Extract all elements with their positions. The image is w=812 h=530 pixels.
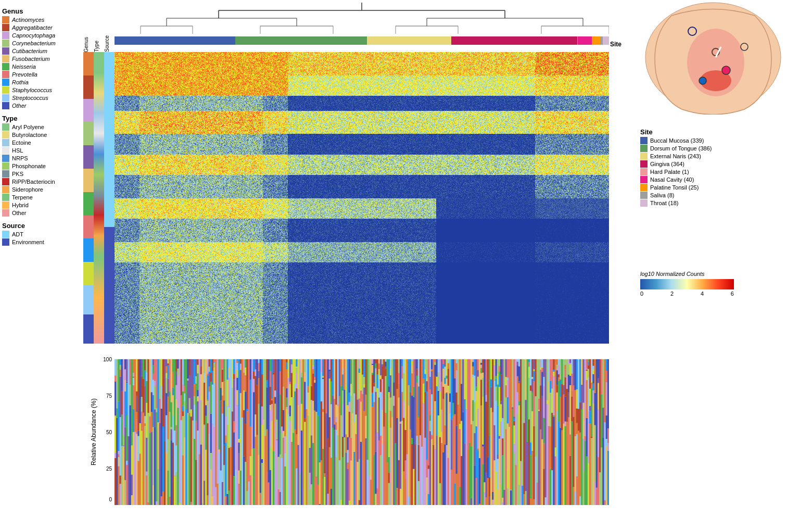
site-color-segment xyxy=(115,36,235,45)
genus-legend-item: Streptococcus xyxy=(2,94,97,102)
site-color-segment xyxy=(592,36,600,45)
source-color-box xyxy=(2,231,9,238)
type-legend-item: Phosphonate xyxy=(2,162,97,170)
genus-label: Cutibacterium xyxy=(12,48,47,54)
bottom-chart: Relative Abundance (%) 100 75 50 25 0 xyxy=(83,359,609,526)
genus-legend-title: Genus xyxy=(2,7,97,15)
type-label: Butyrolactone xyxy=(12,132,47,138)
genus-color-box xyxy=(2,40,9,47)
site-legend: Site Buccal Mucosa (339)Dorsum of Tongue… xyxy=(640,125,712,207)
type-legend-item: NRPS xyxy=(2,155,97,162)
site-legend-item: Palatine Tonsil (25) xyxy=(640,184,712,191)
type-legend-item: RiPP/Bacteriocin xyxy=(2,178,97,185)
anatomy-svg xyxy=(640,0,786,115)
type-label: RiPP/Bacteriocin xyxy=(12,179,55,185)
site-item-label: External Naris (243) xyxy=(650,153,701,159)
genus-legend-item: Capnocytophaga xyxy=(2,32,97,39)
site-color-box xyxy=(640,137,648,144)
genus-color-box xyxy=(2,55,9,62)
type-label: Ectoine xyxy=(12,140,31,146)
site-legend-item: Nasal Cavity (40) xyxy=(640,176,712,183)
site-color-segment xyxy=(367,36,451,45)
type-label: Siderophore xyxy=(12,186,43,193)
site-item-label: Gingiva (364) xyxy=(650,161,684,167)
site-color-box xyxy=(640,160,648,168)
genus-strip xyxy=(83,52,94,344)
col-header-genus: Genus xyxy=(83,36,94,52)
source-label: ADT xyxy=(12,231,23,237)
type-label: Terpene xyxy=(12,194,33,200)
genus-label: Corynebacterium xyxy=(12,40,56,46)
genus-label: Other xyxy=(12,103,27,109)
type-color-box xyxy=(2,123,9,131)
type-label: Phosphonate xyxy=(12,163,46,169)
site-item-label: Dorsum of Tongue (386) xyxy=(650,145,712,152)
site-label: Site xyxy=(610,41,612,48)
site-item-label: Palatine Tonsil (25) xyxy=(650,184,699,191)
genus-legend-item: Rothia xyxy=(2,79,97,86)
genus-label: Prevotella xyxy=(12,71,37,78)
y-tick-25: 25 xyxy=(106,466,112,472)
svg-point-26 xyxy=(722,66,730,74)
site-color-box xyxy=(640,192,648,199)
site-color-box xyxy=(640,168,648,175)
genus-color-box xyxy=(2,32,9,39)
genus-label: Capnocytophaga xyxy=(12,32,55,39)
genus-label: Staphylococcus xyxy=(12,87,52,93)
site-item-label: Nasal Cavity (40) xyxy=(650,176,694,183)
type-label: NRPS xyxy=(12,155,28,161)
type-legend-item: Hybrid xyxy=(2,201,97,209)
genus-label: Fusobacterium xyxy=(12,56,50,62)
colorbar-tick-0: 0 xyxy=(640,291,643,297)
genus-legend-item: Actinomyces xyxy=(2,16,97,23)
row-strips xyxy=(83,52,115,344)
genus-legend-item: Prevotella xyxy=(2,71,97,78)
source-strip xyxy=(104,52,115,344)
genus-legend-item: Fusobacterium xyxy=(2,55,97,62)
genus-legend-items: ActinomycesAggregatibacterCapnocytophaga… xyxy=(2,16,97,109)
type-legend-title: Type xyxy=(2,115,97,122)
genus-color-box xyxy=(2,16,9,23)
col-header-labels: GenusTypeSource xyxy=(83,21,115,52)
site-legend-item: Buccal Mucosa (339) xyxy=(640,137,712,144)
colorbar-gradient xyxy=(640,279,734,289)
y-tick-0: 0 xyxy=(109,496,112,502)
source-legend-item: ADT xyxy=(2,231,97,238)
genus-color-box xyxy=(2,71,9,78)
heatmap-container xyxy=(115,52,609,344)
site-legend-item: Dorsum of Tongue (386) xyxy=(640,145,712,152)
genus-color-box xyxy=(2,94,9,102)
type-legend-item: PKS xyxy=(2,170,97,178)
colorbar-tick-2: 2 xyxy=(670,291,674,297)
dendrogram-area xyxy=(115,0,609,36)
type-label: Other xyxy=(12,210,27,216)
y-axis-ticks: 100 75 50 25 0 xyxy=(99,359,112,505)
genus-color-box xyxy=(2,63,9,70)
site-color-segment xyxy=(578,36,591,45)
anatomy-illustration xyxy=(640,0,786,115)
site-color-box xyxy=(640,184,648,191)
type-color-box xyxy=(2,139,9,146)
bar-chart-canvas xyxy=(115,359,609,505)
type-label: Hybrid xyxy=(12,202,29,208)
type-legend-items: Aryl PolyeneButyrolactoneEctoineHSLNRPSP… xyxy=(2,123,97,217)
genus-color-box xyxy=(2,79,9,86)
col-header-type: Type xyxy=(94,40,104,52)
type-color-box xyxy=(2,209,9,217)
type-strip xyxy=(94,52,104,344)
type-color-box xyxy=(2,131,9,138)
genus-color-box xyxy=(2,24,9,31)
genus-legend-item: Aggregatibacter xyxy=(2,24,97,31)
source-legend-title: Source xyxy=(2,222,97,230)
site-legend-item: Gingiva (364) xyxy=(640,160,712,168)
svg-point-29 xyxy=(699,77,706,84)
genus-color-box xyxy=(2,47,9,55)
source-legend-items: ADTEnvironment xyxy=(2,231,97,246)
genus-legend-item: Staphylococcus xyxy=(2,86,97,94)
col-header-source: Source xyxy=(104,34,115,52)
type-color-box xyxy=(2,155,9,162)
type-label: HSL xyxy=(12,147,23,154)
site-color-box xyxy=(640,199,648,207)
genus-label: Rothia xyxy=(12,79,29,85)
site-color-segment xyxy=(603,36,609,45)
